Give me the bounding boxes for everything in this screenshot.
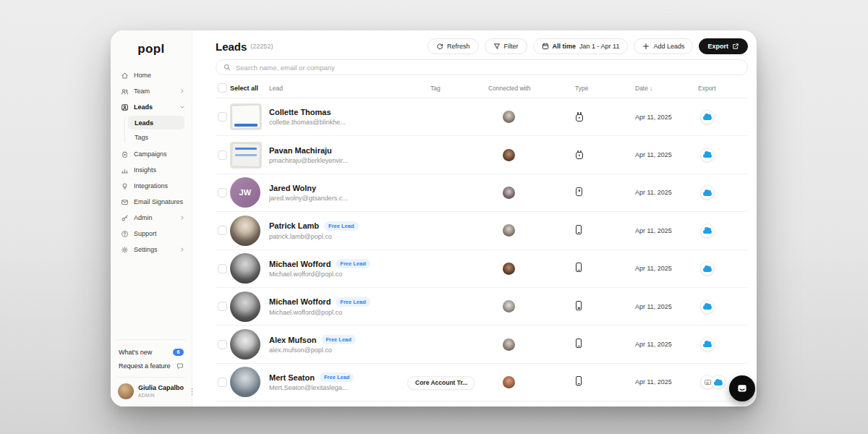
table-row: Pavan Machiraju pmachiraju@berkleyenvir.…	[216, 136, 748, 174]
connected-with-avatar	[503, 111, 515, 123]
salesforce-export-button[interactable]	[700, 261, 715, 276]
lead-name[interactable]: Alex Mufson	[269, 336, 316, 344]
connected-with-avatar	[503, 187, 515, 199]
whats-new-link[interactable]: What's new 6	[119, 345, 184, 359]
salesforce-export-button[interactable]	[700, 185, 715, 200]
free-lead-badge: Free Lead	[324, 221, 358, 231]
row-checkbox[interactable]	[218, 150, 227, 160]
table-row: Patrick LambFree Lead patrick.lamb@popl.…	[216, 212, 748, 250]
request-feature-link[interactable]: Request a feature	[119, 359, 184, 373]
table-row: Alex MufsonFree Lead alex.mufson@popl.co…	[216, 326, 748, 363]
lead-date: Apr 11, 2025	[628, 341, 693, 348]
search-bar	[216, 59, 748, 75]
leads-icon	[121, 103, 129, 111]
lead-type-card-scan-icon	[576, 114, 583, 122]
salesforce-cloud-icon	[714, 381, 723, 386]
search-input[interactable]	[236, 64, 740, 72]
user-profile[interactable]: Giulia Capalbo ADMIN ⋮	[116, 377, 186, 407]
sidebar-item-email-signatures[interactable]: Email Signatures	[111, 194, 192, 210]
connected-with-avatar	[503, 300, 515, 312]
sidebar-item-settings[interactable]: Settings	[111, 242, 192, 258]
sidebar-item-label: Email Signatures	[134, 198, 185, 205]
column-header-lead: Lead	[265, 85, 427, 92]
lead-type-phone-icon	[576, 339, 582, 348]
tag-pill[interactable]: Core Account Tr...	[407, 376, 475, 390]
sidebar-item-integrations[interactable]: Integrations	[111, 178, 192, 194]
sidebar-item-leads[interactable]: Leads	[111, 99, 192, 115]
feedback-bubble-icon	[176, 362, 184, 370]
sidebar-item-insights[interactable]: Insights	[111, 162, 192, 178]
integrations-icon	[121, 182, 129, 190]
lead-type-card-scan-icon	[576, 152, 583, 159]
sidebar-item-team[interactable]: Team	[111, 83, 192, 99]
popl-logo: popl	[111, 30, 192, 67]
team-icon	[121, 88, 129, 95]
connected-with-avatar	[503, 376, 515, 388]
main-content: Leads (22252) Refresh Filter All time Ja…	[192, 30, 757, 407]
free-lead-badge: Free Lead	[320, 373, 354, 382]
sidebar-item-support[interactable]: Support	[111, 226, 192, 242]
salesforce-export-button[interactable]	[700, 299, 715, 314]
filter-funnel-icon	[493, 43, 501, 50]
sidebar-subitem-leads[interactable]: Leads	[128, 116, 184, 129]
chevron-right-icon	[179, 247, 185, 252]
export-button[interactable]: Export	[699, 38, 748, 54]
lead-avatar-photo	[230, 253, 260, 284]
date-range-label: All time	[553, 43, 576, 50]
select-all-checkbox[interactable]	[218, 83, 227, 93]
connected-with-avatar	[503, 263, 515, 275]
connected-with-avatar	[503, 339, 515, 351]
lead-name[interactable]: Michael Wofford	[269, 260, 331, 268]
free-lead-badge: Free Lead	[321, 335, 355, 344]
home-icon	[121, 72, 129, 80]
sidebar-subitem-tags[interactable]: Tags	[128, 130, 184, 144]
connected-with-avatar	[503, 149, 515, 161]
date-range-button[interactable]: All time Jan 1 - Apr 11	[533, 38, 629, 54]
row-checkbox[interactable]	[218, 264, 227, 273]
key-icon	[121, 214, 129, 222]
salesforce-cloud-icon	[703, 116, 712, 120]
salesforce-cloud-icon	[703, 344, 712, 348]
salesforce-export-button[interactable]	[700, 337, 715, 352]
row-checkbox[interactable]	[218, 226, 227, 235]
row-checkbox[interactable]	[218, 188, 227, 197]
row-checkbox[interactable]	[218, 302, 227, 311]
user-avatar	[118, 383, 134, 399]
salesforce-export-button[interactable]	[700, 110, 715, 124]
sidebar-item-admin[interactable]: Admin	[111, 210, 192, 226]
intercom-chat-button[interactable]	[729, 375, 755, 401]
lead-name[interactable]: Michael Wofford	[269, 297, 331, 306]
lead-name[interactable]: Collette Thomas	[269, 108, 331, 116]
lead-type-phone-icon	[576, 263, 582, 272]
row-checkbox[interactable]	[218, 340, 227, 349]
plus-icon	[642, 43, 650, 50]
column-header-date[interactable]: Date↓	[628, 85, 693, 92]
filter-button[interactable]: Filter	[485, 38, 527, 54]
sidebar-item-campaigns[interactable]: Campaigns	[111, 146, 192, 162]
row-checkbox[interactable]	[218, 112, 227, 122]
lead-name[interactable]: Mert Seaton	[269, 373, 315, 382]
lead-date: Apr 11, 2025	[628, 303, 693, 310]
lead-email: alex.mufson@popl.co	[269, 346, 427, 354]
sidebar-item-home[interactable]: Home	[111, 67, 192, 83]
column-header-connected-with: Connected with	[485, 85, 570, 92]
lead-date: Apr 11, 2025	[628, 227, 693, 234]
calendar-icon	[542, 43, 549, 50]
salesforce-export-button[interactable]	[700, 148, 715, 162]
connected-with-avatar	[503, 224, 515, 237]
row-checkbox[interactable]	[218, 378, 227, 387]
gear-icon	[121, 246, 129, 254]
lead-name[interactable]: Patrick Lamb	[269, 221, 319, 230]
sidebar-subitem-label: Tags	[135, 134, 148, 141]
lead-name[interactable]: Jared Wolny	[269, 184, 316, 192]
question-circle-icon	[121, 230, 129, 238]
salesforce-export-button[interactable]	[711, 375, 726, 389]
refresh-button[interactable]: Refresh	[427, 38, 479, 54]
salesforce-export-button[interactable]	[700, 224, 715, 238]
lead-name[interactable]: Pavan Machiraju	[269, 146, 332, 155]
leads-subnav: Leads Tags	[124, 116, 192, 144]
lead-avatar-photo	[230, 216, 260, 246]
table-row: Collette Thomas collette.thomas@blinkhe.…	[216, 98, 748, 136]
add-leads-button[interactable]: Add Leads	[634, 38, 693, 54]
lead-type-phone-icon	[576, 301, 582, 310]
